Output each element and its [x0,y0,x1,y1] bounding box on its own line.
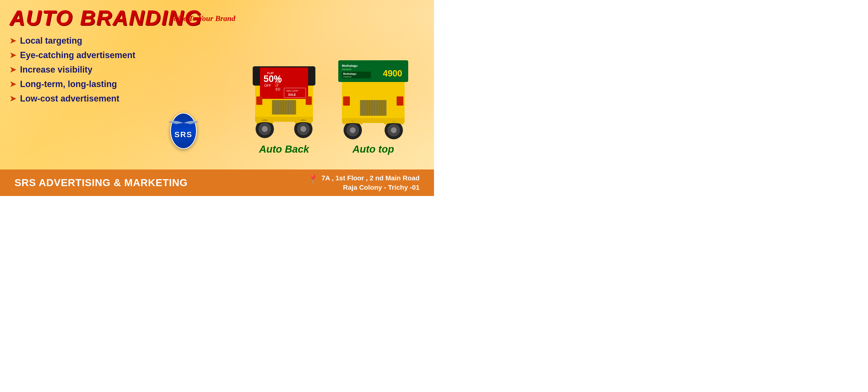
address-line-1: 7A , 1st Floor , 2 nd Main Road [321,173,420,183]
feature-item: ➤ Local targeting [10,36,216,46]
feature-text-3: Increase visibility [20,65,92,75]
left-section: AUTO BRANDING Voice To Your Brand ➤ Loca… [0,0,226,170]
footer-address: 📍 7A , 1st Floor , 2 nd Main Road Raja C… [308,173,420,192]
svg-text:ED: ED [276,87,280,91]
feature-text-1: Local targeting [20,36,82,46]
address-line-2: Raja Colony - Trichy -01 [321,183,420,192]
autos-container: FLAT 50% UN LIM IT ED OFF RED ALERT SALE [226,59,434,155]
svg-point-57 [350,127,355,133]
main-container: AUTO BRANDING Voice To Your Brand ➤ Loca… [0,0,434,196]
arrow-icon-4: ➤ [10,80,16,89]
feature-item: ➤ Long-term, long-lasting [10,79,216,89]
feature-text-2: Eye-catching advertisement [20,50,135,60]
feature-text-5: Low-cost advertisement [20,94,119,104]
srs-logo: SRS [170,113,197,149]
auto-top-label: Auto top [352,144,394,155]
svg-text:LIM: LIM [275,80,281,84]
auto-back-unit: FLAT 50% UN LIM IT ED OFF RED ALERT SALE [248,59,320,155]
features-list: ➤ Local targeting ➤ Eye-catching adverti… [10,36,216,108]
svg-text:Muthalagu: Muthalagu [343,72,356,75]
svg-text:OFF: OFF [264,84,271,88]
svg-text:Muthalagu: Muthalagu [342,64,358,67]
arrow-icon-5: ➤ [10,94,16,103]
svg-text:UN: UN [276,77,280,80]
svg-rect-15 [272,100,296,115]
svg-text:FINANCE: FINANCE [342,68,351,71]
arrow-icon-3: ➤ [10,65,16,74]
svg-rect-43 [360,100,386,116]
auto-top-svg: Muthalagu FINANCE Muthalagu FINANCE 4900 [335,59,412,141]
svg-rect-13 [256,96,262,105]
svg-text:4900: 4900 [383,68,402,78]
auto-top-unit: Muthalagu FINANCE Muthalagu FINANCE 4900 [335,59,412,155]
auto-back-svg: FLAT 50% UN LIM IT ED OFF RED ALERT SALE [248,59,320,141]
feature-item: ➤ Eye-catching advertisement [10,50,216,60]
svg-rect-41 [343,96,350,105]
feature-text-4: Long-term, long-lasting [20,79,117,89]
arrow-icon-2: ➤ [10,51,16,60]
svg-text:RED ALERT: RED ALERT [286,90,299,92]
location-pin-icon: 📍 [308,174,318,184]
svg-text:FINANCE: FINANCE [343,76,351,78]
svg-rect-14 [306,96,312,105]
svg-point-28 [262,126,268,132]
footer-company-name: SRS ADVERTISING & MARKETING [14,177,188,188]
svg-text:SALE: SALE [288,93,296,96]
svg-point-31 [301,126,306,132]
content-area: AUTO BRANDING Voice To Your Brand ➤ Loca… [0,0,434,170]
svg-point-60 [391,127,397,133]
wings-icon [163,118,204,128]
right-section: FLAT 50% UN LIM IT ED OFF RED ALERT SALE [226,0,434,170]
svg-rect-42 [397,96,403,105]
footer-address-text: 7A , 1st Floor , 2 nd Main Road Raja Col… [321,173,420,192]
arrow-icon-1: ➤ [10,36,16,45]
srs-text: SRS [175,130,193,139]
auto-back-label: Auto Back [259,144,309,155]
feature-item: ➤ Low-cost advertisement [10,94,216,104]
footer: SRS ADVERTISING & MARKETING 📍 7A , 1st F… [0,170,434,196]
svg-text:IT: IT [276,84,279,88]
feature-item: ➤ Increase visibility [10,65,216,75]
